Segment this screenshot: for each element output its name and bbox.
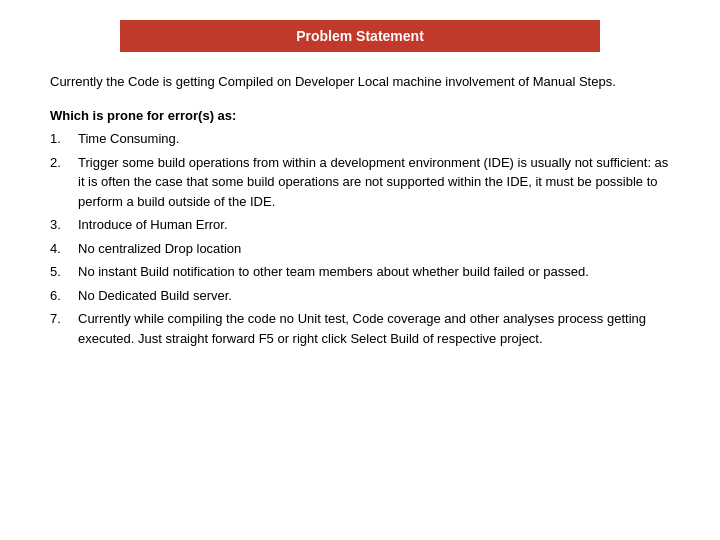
list-text: Trigger some build operations from withi… [78,153,670,212]
content-area: Currently the Code is getting Compiled o… [50,72,670,352]
list-number: 6. [50,286,78,306]
list-number: 2. [50,153,78,212]
header-bar: Problem Statement [120,20,600,52]
prone-heading: Which is prone for error(s) as: [50,106,670,126]
list-text: Currently while compiling the code no Un… [78,309,670,348]
list-number: 7. [50,309,78,348]
list-item: 2.Trigger some build operations from wit… [50,153,670,212]
list-text: Time Consuming. [78,129,670,149]
numbered-list: 1.Time Consuming.2.Trigger some build op… [50,129,670,348]
list-item: 5.No instant Build notification to other… [50,262,670,282]
list-item: 6.No Dedicated Build server. [50,286,670,306]
list-number: 5. [50,262,78,282]
list-text: No centralized Drop location [78,239,670,259]
header-title: Problem Statement [296,28,424,44]
intro-text: Currently the Code is getting Compiled o… [50,72,670,92]
list-text: Introduce of Human Error. [78,215,670,235]
list-number: 4. [50,239,78,259]
list-text: No instant Build notification to other t… [78,262,670,282]
list-item: 4.No centralized Drop location [50,239,670,259]
page-container: Problem Statement Currently the Code is … [0,0,720,540]
list-number: 3. [50,215,78,235]
list-item: 3.Introduce of Human Error. [50,215,670,235]
list-item: 1.Time Consuming. [50,129,670,149]
list-text: No Dedicated Build server. [78,286,670,306]
list-number: 1. [50,129,78,149]
list-item: 7.Currently while compiling the code no … [50,309,670,348]
